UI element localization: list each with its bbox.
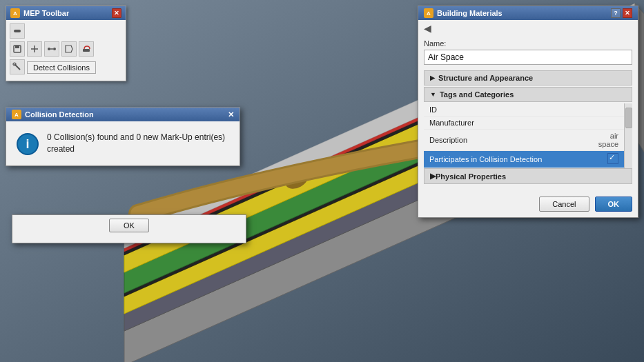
mep-toolbar-row1	[10, 23, 122, 39]
building-dialog-content: Name: ▶ Structure and Appearance ▼ Tags …	[418, 34, 638, 194]
building-dialog-footer: Cancel OK	[418, 194, 638, 217]
structure-section-label: Structure and Appearance	[438, 74, 533, 82]
svg-marker-21	[66, 46, 72, 52]
collision-dialog-close[interactable]: ✕	[228, 110, 234, 119]
table-row: Description air space	[424, 130, 624, 151]
tags-table: ID Manufacturer Description air space	[424, 103, 624, 168]
collision-checkbox-icon[interactable]	[607, 153, 618, 164]
svg-rect-13	[14, 30, 21, 32]
scrollbar[interactable]	[624, 103, 632, 168]
collision-dialog-body: i 0 Collision(s) found and 0 new Mark-Up…	[6, 121, 240, 165]
collision-dialog: A Collision Detection ✕ i 0 Collision(s)…	[6, 107, 240, 166]
collision-dialog-footer: OK	[12, 214, 246, 243]
tag-icon[interactable]	[61, 41, 77, 57]
collision-revit-icon: A	[12, 110, 21, 119]
svg-point-19	[53, 48, 56, 50]
building-dialog-titlebar: A Building Materials ? ✕	[418, 6, 638, 20]
save-icon[interactable]	[10, 41, 25, 57]
participates-checkbox[interactable]	[593, 151, 624, 168]
building-revit-icon: A	[424, 8, 433, 18]
building-close-button[interactable]: ✕	[623, 8, 632, 18]
mep-toolbar-row3: Detect Collisions	[10, 59, 122, 74]
tags-arrow-icon: ▼	[430, 91, 436, 98]
mep-toolbar-content: Detect Collisions	[6, 20, 126, 81]
collision-dialog-title: Collision Detection	[25, 110, 94, 119]
scroll-thumb[interactable]	[625, 108, 632, 128]
tags-section-header[interactable]: ▼ Tags and Categories	[424, 87, 632, 102]
revit-icon: A	[10, 8, 20, 18]
description-label: Description	[424, 130, 593, 151]
tags-content: ID Manufacturer Description air space	[424, 103, 624, 168]
pipe-icon[interactable]	[10, 23, 25, 39]
name-label: Name:	[424, 39, 632, 48]
grid-icon[interactable]	[27, 41, 42, 57]
manufacturer-value	[593, 117, 624, 130]
table-row: ID	[424, 103, 624, 117]
participates-label: Participates in Collision Detection	[424, 151, 593, 168]
building-dialog-title-buttons: ? ✕	[611, 8, 632, 18]
svg-rect-22	[83, 49, 90, 52]
physical-section-label: Physical Properties	[436, 172, 506, 181]
table-row: Manufacturer	[424, 117, 624, 130]
info-icon: i	[17, 133, 39, 155]
connect-icon[interactable]	[44, 41, 59, 57]
table-row-highlighted[interactable]: Participates in Collision Detection	[424, 151, 624, 168]
mep-toolbar: A MEP Toolbar ✕	[6, 6, 126, 81]
name-input[interactable]	[424, 50, 632, 65]
link-icon[interactable]	[79, 41, 94, 57]
physical-section-header[interactable]: ▶ Physical Properties	[424, 168, 632, 184]
building-back-button[interactable]: ◀	[418, 20, 638, 34]
description-value: air space	[593, 130, 624, 151]
mep-toolbar-titlebar: A MEP Toolbar ✕	[6, 6, 126, 20]
ok-button[interactable]: OK	[595, 197, 633, 212]
cancel-button[interactable]: Cancel	[539, 197, 589, 212]
detect-collisions-button[interactable]: Detect Collisions	[27, 61, 96, 74]
mep-toolbar-title: MEP Toolbar	[23, 9, 69, 17]
wrench-icon[interactable]	[10, 59, 25, 74]
building-help-button[interactable]: ?	[611, 8, 621, 18]
id-value	[593, 103, 624, 117]
svg-rect-15	[15, 46, 19, 48]
tags-wrapper: ID Manufacturer Description air space	[424, 103, 632, 168]
structure-section-header[interactable]: ▶ Structure and Appearance	[424, 70, 632, 86]
collision-ok-button[interactable]: OK	[109, 219, 149, 232]
manufacturer-label: Manufacturer	[424, 117, 593, 130]
collision-dialog-titlebar: A Collision Detection ✕	[6, 108, 240, 121]
building-materials-dialog: A Building Materials ? ✕ ◀ Name: ▶ Struc…	[418, 6, 638, 218]
collision-message: 0 Collision(s) found and 0 new Mark-Up e…	[47, 132, 229, 155]
structure-arrow-icon: ▶	[430, 74, 435, 81]
id-label: ID	[424, 103, 593, 117]
mep-toolbar-row2	[10, 41, 122, 57]
tags-section-label: Tags and Categories	[440, 90, 514, 99]
physical-arrow-icon: ▶	[430, 172, 436, 181]
svg-point-18	[48, 48, 50, 50]
building-dialog-title: Building Materials	[437, 9, 502, 17]
mep-toolbar-close[interactable]: ✕	[112, 8, 121, 18]
